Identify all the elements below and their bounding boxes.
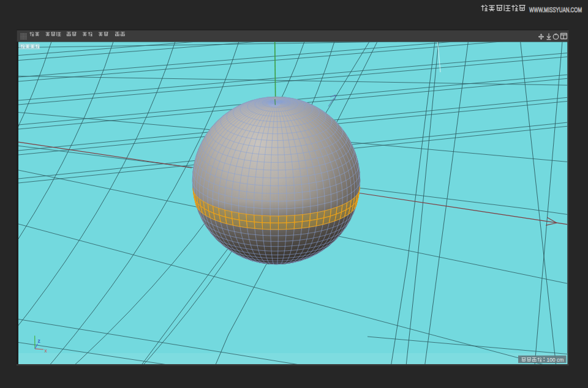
svg-text:WWW.MISSYUAN.COM: WWW.MISSYUAN.COM	[529, 6, 582, 13]
svg-text:z: z	[38, 338, 40, 344]
svg-text:100 cm: 100 cm	[547, 357, 564, 363]
